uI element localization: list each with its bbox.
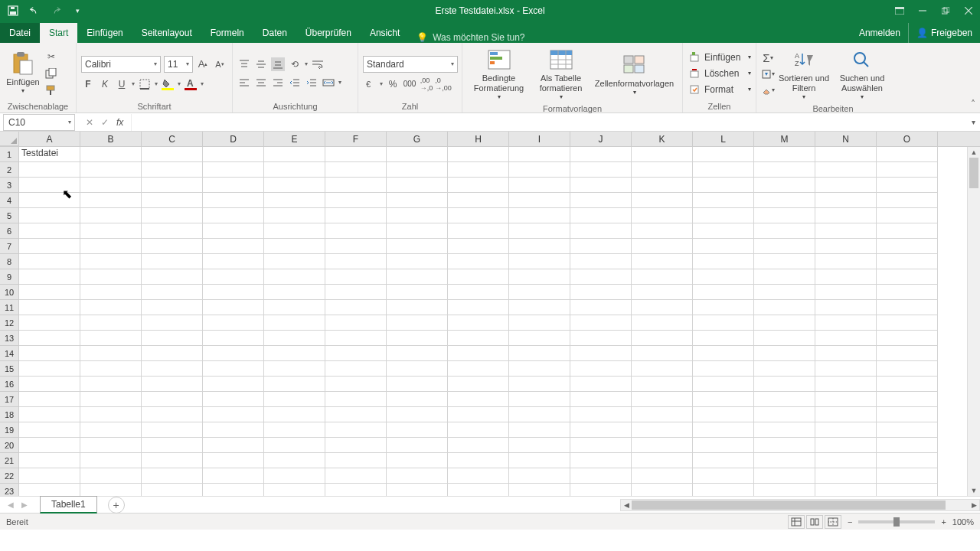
expand-formula-icon[interactable]: ▾ [966,118,980,126]
cell[interactable] [387,453,448,468]
cell[interactable] [80,285,142,300]
fill-icon[interactable]: ▾ [761,67,775,81]
cell[interactable] [877,361,938,377]
cell[interactable] [754,178,815,193]
cell[interactable] [142,484,203,496]
border-dropdown-icon[interactable]: ▾ [155,80,158,87]
cell[interactable] [264,331,325,346]
cell[interactable] [142,453,203,468]
scroll-up-icon[interactable]: ▲ [968,147,980,158]
cell[interactable] [570,162,632,178]
tell-me-search[interactable]: 💡 Was möchten Sie tun? [409,32,532,43]
cell[interactable] [693,285,754,300]
cell-styles-button[interactable]: Zellenformatvorlagen▾ [593,51,677,98]
cell[interactable]: Testdatei [19,147,80,162]
format-cells-button[interactable]: Format▾ [688,83,751,96]
tab-data[interactable]: Daten [253,23,296,43]
tab-review[interactable]: Überprüfen [296,23,361,43]
accounting-dropdown-icon[interactable]: ▾ [380,80,383,87]
cell[interactable] [448,453,509,468]
row-header[interactable]: 2 [0,162,19,178]
tab-file[interactable]: Datei [0,23,40,43]
cell[interactable] [203,315,264,331]
cell[interactable] [264,147,325,162]
cell[interactable] [754,315,815,331]
cell[interactable] [19,453,80,468]
cell[interactable] [877,193,938,208]
page-layout-view-button[interactable] [806,515,823,529]
row-header[interactable]: 10 [0,285,19,300]
cell[interactable] [387,392,448,407]
cell[interactable] [19,315,80,331]
add-sheet-button[interactable]: + [108,497,125,514]
cell[interactable] [632,269,693,285]
cell[interactable] [203,484,264,496]
cell[interactable] [264,285,325,300]
cell[interactable] [264,468,325,484]
cell[interactable] [632,392,693,407]
cell[interactable] [19,285,80,300]
orientation-icon[interactable]: ⟲ [288,57,302,71]
cell[interactable] [142,254,203,269]
cell[interactable] [632,254,693,269]
cell[interactable] [693,208,754,223]
cell[interactable] [448,438,509,453]
cell[interactable] [754,453,815,468]
cell[interactable] [264,422,325,438]
horizontal-scrollbar[interactable]: ◀ ▶ [620,499,980,511]
cell[interactable] [693,346,754,361]
cell[interactable] [754,285,815,300]
cell[interactable] [509,239,570,254]
cell[interactable] [509,346,570,361]
cell[interactable] [19,407,80,422]
cell[interactable] [142,193,203,208]
row-header[interactable]: 16 [0,377,19,392]
cell[interactable] [815,193,877,208]
cell[interactable] [80,468,142,484]
row-header[interactable]: 11 [0,300,19,315]
column-header[interactable]: C [142,132,203,146]
cell[interactable] [19,331,80,346]
cell[interactable] [570,407,632,422]
decrease-font-icon[interactable]: A▾ [213,57,227,71]
cell[interactable] [815,223,877,239]
fill-color-icon[interactable] [161,77,175,91]
cell[interactable] [877,285,938,300]
cell[interactable] [632,407,693,422]
cell[interactable] [80,346,142,361]
cell[interactable] [509,361,570,377]
cell[interactable] [693,315,754,331]
cell[interactable] [19,193,80,208]
cell[interactable] [877,331,938,346]
cell[interactable] [448,392,509,407]
cell[interactable] [570,178,632,193]
cell[interactable] [325,392,387,407]
cell[interactable] [264,377,325,392]
cell[interactable] [325,162,387,178]
paste-button[interactable]: Einfügen ▾ [5,50,41,96]
cell[interactable] [693,178,754,193]
cell[interactable] [815,422,877,438]
cell[interactable] [877,346,938,361]
cell[interactable] [203,438,264,453]
column-header[interactable]: L [693,132,754,146]
cell[interactable] [448,285,509,300]
cell[interactable] [264,407,325,422]
cell[interactable] [877,468,938,484]
cell[interactable] [80,254,142,269]
cell[interactable] [815,377,877,392]
underline-dropdown-icon[interactable]: ▾ [132,80,135,87]
increase-decimal-icon[interactable]: ,00→,0 [420,77,433,91]
cell[interactable] [509,407,570,422]
cell[interactable] [142,377,203,392]
cell[interactable] [80,162,142,178]
cell[interactable] [570,422,632,438]
column-header[interactable]: J [570,132,632,146]
cell[interactable] [264,361,325,377]
cell[interactable] [203,193,264,208]
cell[interactable] [815,468,877,484]
align-top-icon[interactable] [237,57,251,71]
cell[interactable] [509,422,570,438]
cell[interactable] [387,208,448,223]
cell[interactable] [754,361,815,377]
